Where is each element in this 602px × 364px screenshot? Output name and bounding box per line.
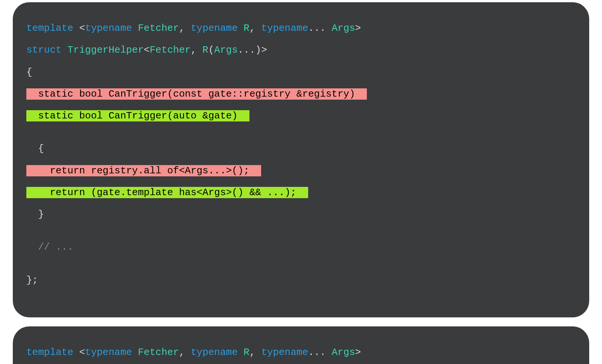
code-panel-diff: template <typename Fetcher, typename R, … (13, 2, 589, 317)
code-panel-resolved: template <typename Fetcher, typename R, … (13, 326, 589, 364)
code-line: { (26, 67, 576, 78)
code-line: } (26, 209, 576, 220)
code-line: { (26, 143, 576, 154)
code-line: }; (26, 275, 576, 286)
diff-removed-line: return registry.all of<Args...>(); (26, 165, 576, 176)
diff-added-line: return (gate.template has<Args>() && ...… (26, 187, 576, 198)
code-line: struct TriggerHelper<Fetcher, R(Args...)… (26, 45, 576, 56)
diff-removed-line: static bool CanTrigger(const gate::regis… (26, 89, 576, 100)
page-root: template <typename Fetcher, typename R, … (0, 0, 602, 364)
diff-added-line: static bool CanTrigger(auto &gate) (26, 111, 576, 121)
code-line: template <typename Fetcher, typename R, … (26, 347, 576, 358)
code-comment: // ... (26, 242, 576, 253)
code-line: template <typename Fetcher, typename R, … (26, 23, 576, 34)
